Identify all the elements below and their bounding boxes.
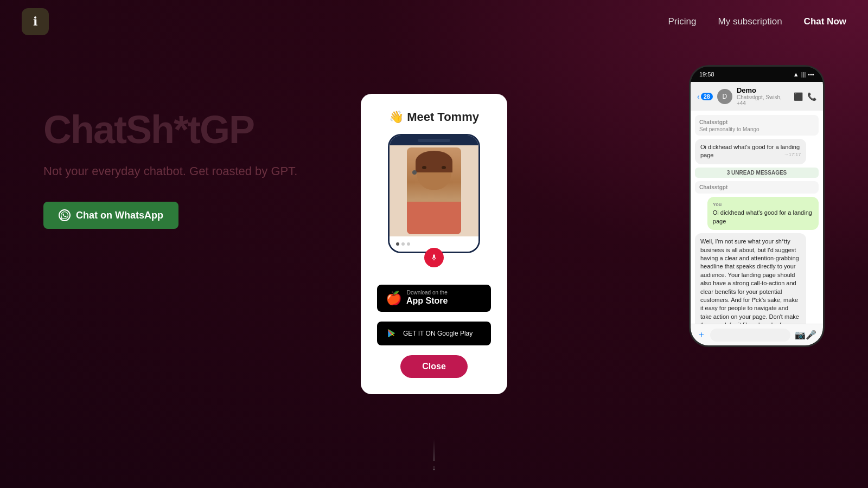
phone-mockup xyxy=(388,134,480,253)
dot-2 xyxy=(401,242,405,246)
modal-title: 👋 Meet Tommy xyxy=(389,110,479,124)
app-store-text: Download on the App Store xyxy=(406,290,448,306)
phone-content xyxy=(390,145,478,236)
avatar-shirt xyxy=(407,202,461,234)
close-button[interactable]: Close xyxy=(400,355,468,378)
play-store-icon xyxy=(386,327,399,340)
dot-1 xyxy=(396,242,399,246)
avatar-earbud-left xyxy=(412,170,417,175)
phone-mockup-container xyxy=(388,134,480,275)
phone-dots xyxy=(396,242,410,246)
google-play-button[interactable]: GET IT ON Google Play xyxy=(377,322,491,345)
google-play-text: GET IT ON Google Play xyxy=(403,330,473,337)
mic-button[interactable] xyxy=(424,248,444,267)
apple-icon: 🍎 xyxy=(386,291,402,306)
modal-overlay: 👋 Meet Tommy xyxy=(0,0,868,488)
dot-3 xyxy=(407,242,410,246)
phone-top-bar xyxy=(390,136,478,145)
app-store-button[interactable]: 🍎 Download on the App Store xyxy=(377,285,491,311)
phone-notch xyxy=(418,139,450,142)
modal: 👋 Meet Tommy xyxy=(361,94,507,394)
avatar-hair xyxy=(416,151,452,172)
avatar-image xyxy=(407,147,461,234)
